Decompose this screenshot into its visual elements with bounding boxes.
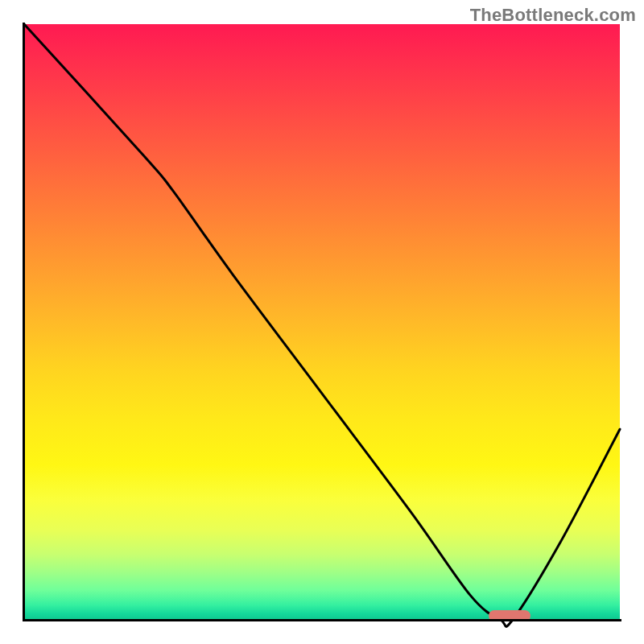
watermark-text: TheBottleneck.com bbox=[470, 5, 636, 26]
chart-canvas: TheBottleneck.com bbox=[0, 0, 644, 644]
bottleneck-curve bbox=[24, 24, 620, 620]
y-axis-line bbox=[23, 23, 25, 621]
x-axis-line bbox=[23, 619, 621, 621]
